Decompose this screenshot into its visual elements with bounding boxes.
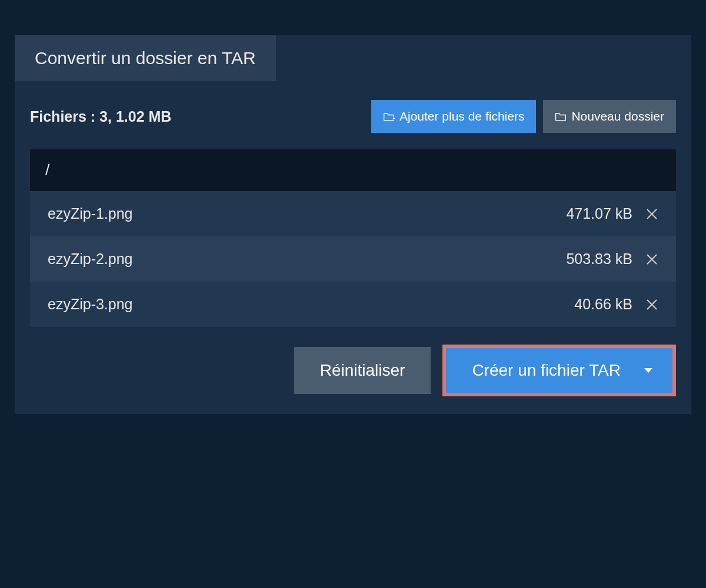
- main-panel: Convertir un dossier en TAR Fichiers : 3…: [15, 35, 691, 414]
- toolbar: Fichiers : 3, 1.02 MB Ajouter plus de fi…: [15, 81, 691, 149]
- file-row-right: 503.83 kB: [566, 250, 658, 268]
- toolbar-buttons: Ajouter plus de fichiers Nouveau dossier: [371, 100, 676, 133]
- file-name: ezyZip-3.png: [48, 296, 133, 313]
- tab-title: Convertir un dossier en TAR: [35, 48, 256, 68]
- create-tar-label: Créer un fichier TAR: [472, 361, 621, 380]
- files-summary: Fichiers : 3, 1.02 MB: [30, 108, 171, 125]
- file-row-right: 471.07 kB: [566, 205, 658, 222]
- file-size: 40.66 kB: [574, 296, 632, 313]
- file-row[interactable]: ezyZip-3.png 40.66 kB: [30, 282, 676, 327]
- file-row-right: 40.66 kB: [574, 296, 658, 313]
- file-name: ezyZip-2.png: [48, 250, 133, 268]
- remove-file-icon[interactable]: [645, 298, 658, 311]
- add-more-files-button[interactable]: Ajouter plus de fichiers: [371, 100, 536, 133]
- create-tar-button[interactable]: Créer un fichier TAR: [446, 348, 672, 393]
- remove-file-icon[interactable]: [645, 253, 658, 266]
- chevron-down-icon: [644, 368, 652, 373]
- current-path: /: [45, 161, 49, 179]
- reset-label: Réinitialiser: [320, 361, 405, 379]
- remove-file-icon[interactable]: [645, 208, 658, 220]
- folder-icon: [555, 111, 567, 122]
- file-list: ezyZip-1.png 471.07 kB ezyZip-2.png 503.…: [30, 191, 676, 327]
- file-name: ezyZip-1.png: [48, 205, 133, 222]
- folder-add-icon: [383, 111, 395, 122]
- reset-button[interactable]: Réinitialiser: [294, 347, 431, 394]
- file-size: 471.07 kB: [566, 205, 632, 222]
- create-tar-highlight: Créer un fichier TAR: [442, 345, 676, 396]
- file-size: 503.83 kB: [566, 250, 632, 268]
- add-more-files-label: Ajouter plus de fichiers: [399, 109, 524, 123]
- tab-convert-folder-to-tar[interactable]: Convertir un dossier en TAR: [15, 35, 276, 81]
- file-row[interactable]: ezyZip-1.png 471.07 kB: [30, 191, 676, 236]
- new-folder-label: Nouveau dossier: [571, 109, 664, 123]
- path-bar[interactable]: /: [30, 149, 676, 191]
- footer-actions: Réinitialiser Créer un fichier TAR: [15, 327, 691, 414]
- new-folder-button[interactable]: Nouveau dossier: [543, 100, 676, 133]
- file-row[interactable]: ezyZip-2.png 503.83 kB: [30, 236, 676, 282]
